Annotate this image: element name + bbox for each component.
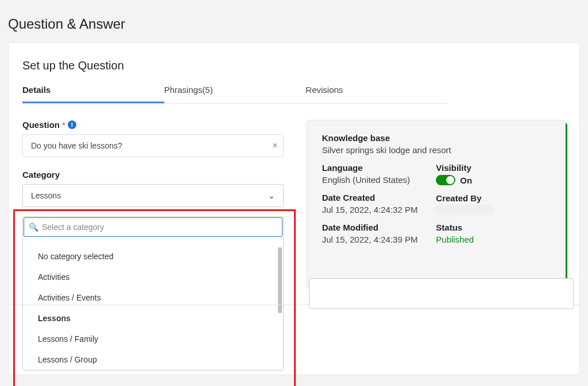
category-list-wrap: No category selected Activities Activiti… — [23, 246, 283, 370]
lang-value: English (United States) — [322, 175, 436, 185]
question-label: Question * i — [22, 120, 284, 130]
clear-icon[interactable]: × — [272, 141, 277, 151]
category-label-text: Category — [22, 170, 60, 180]
category-block: Category Lessons ⌄ 🔍 No category selecte… — [22, 170, 284, 371]
question-input-wrap: × — [22, 134, 284, 157]
list-item[interactable]: Lessons / Group — [38, 349, 283, 370]
visibility-toggle-row: On — [436, 175, 550, 185]
list-item[interactable]: Lessons — [38, 308, 283, 329]
status-label: Status — [436, 223, 550, 232]
tab-phrasings[interactable]: Phrasings(5) — [164, 85, 306, 103]
createdby-label: Created By — [436, 193, 550, 203]
content-card: Set up the Question Details Phrasings(5)… — [8, 42, 580, 375]
category-list: No category selected Activities Activiti… — [23, 246, 283, 370]
info-icon[interactable]: i — [68, 120, 76, 129]
tab-revisions[interactable]: Revisions — [305, 85, 447, 103]
category-dropdown: 🔍 No category selected Activities Activi… — [22, 216, 284, 371]
left-column: Question * i × Category Lessons ⌄ 🔍 — [22, 120, 284, 371]
tabs: Details Phrasings(5) Revisions — [22, 85, 447, 104]
search-icon: 🔍 — [29, 223, 38, 232]
category-search-input[interactable] — [42, 223, 277, 232]
created-value: Jul 15, 2022, 4:24:32 PM — [322, 205, 436, 215]
category-select[interactable]: Lessons ⌄ — [22, 184, 284, 207]
section-title: Set up the Question — [22, 59, 566, 72]
category-search-row: 🔍 — [24, 217, 283, 237]
modified-value: Jul 15, 2022, 4:24:39 PM — [322, 235, 436, 244]
list-item[interactable]: Activities — [38, 267, 283, 287]
createdby-value — [436, 205, 493, 215]
list-item[interactable]: No category selected — [38, 246, 283, 267]
tab-details[interactable]: Details — [22, 85, 164, 103]
visibility-toggle[interactable] — [436, 175, 455, 185]
lang-label: Language — [322, 163, 436, 173]
status-value: Published — [436, 235, 550, 244]
category-selected-value: Lessons — [31, 191, 61, 200]
category-label: Category — [22, 170, 284, 180]
list-item[interactable]: Lessons / Family — [38, 329, 283, 349]
modified-label: Date Modified — [322, 223, 436, 232]
page-title: Question & Answer — [0, 0, 588, 42]
created-label: Date Created — [322, 193, 436, 202]
kb-value: Silver springs ski lodge and resort — [322, 145, 550, 155]
side-panel: Knowledge base Silver springs ski lodge … — [307, 120, 566, 290]
required-star: * — [62, 120, 65, 130]
bottom-box[interactable] — [309, 278, 574, 309]
question-input[interactable] — [22, 134, 284, 157]
visibility-label: Visibility — [436, 163, 550, 173]
chevron-down-icon: ⌄ — [268, 191, 275, 200]
visibility-value: On — [460, 176, 472, 185]
question-label-text: Question — [22, 120, 60, 130]
kb-label: Knowledge base — [322, 133, 550, 143]
scrollbar[interactable] — [278, 247, 282, 313]
